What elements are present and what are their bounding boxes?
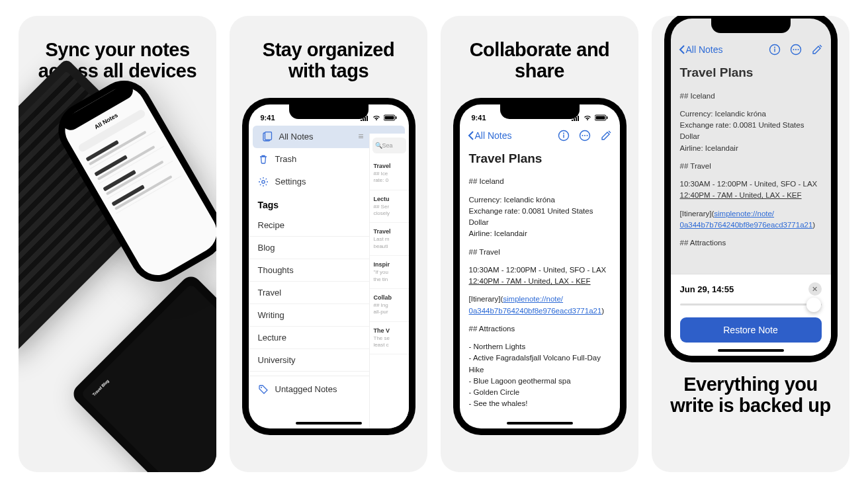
notes-icon xyxy=(262,132,273,142)
list-item[interactable]: Lectu## Serclosely xyxy=(370,190,409,224)
promo-card-sync: Sync your notesacross all devices Travel… xyxy=(19,16,216,472)
tag-icon xyxy=(258,384,269,395)
card-heading: Collaborate andshare xyxy=(441,16,638,82)
back-button[interactable]: All Notes xyxy=(468,130,512,141)
wifi-icon xyxy=(372,114,381,121)
hamburger-icon[interactable]: ≡ xyxy=(358,131,363,142)
notes-list-partial: 🔍 Sea 📌 Travel## Icerate: 0Lectu## Sercl… xyxy=(369,134,409,428)
sidebar-item-label: Untagged Notes xyxy=(275,384,337,394)
home-indicator xyxy=(718,349,784,352)
slider-thumb[interactable] xyxy=(806,298,821,312)
svg-rect-19 xyxy=(774,49,775,52)
svg-rect-8 xyxy=(595,116,605,119)
promo-card-tags: Stay organizedwith tags 9:41 ≡ All Notes… xyxy=(230,16,427,472)
back-button[interactable]: All Notes xyxy=(679,44,723,55)
compose-icon[interactable] xyxy=(600,130,612,142)
sidebar-item-label: All Notes xyxy=(279,132,314,142)
phone-mockup: 9:41 ≡ All Notes Trash Settings xyxy=(242,98,415,435)
note-title: Travel Plans xyxy=(680,63,822,83)
svg-rect-12 xyxy=(563,134,564,138)
svg-point-15 xyxy=(584,135,586,136)
svg-rect-1 xyxy=(384,116,394,119)
info-icon[interactable] xyxy=(769,44,781,56)
svg-point-18 xyxy=(774,47,775,48)
svg-point-14 xyxy=(582,135,583,136)
list-item[interactable]: Travel## Icerate: 0 xyxy=(370,157,409,190)
gear-icon xyxy=(258,177,269,187)
close-icon[interactable]: ✕ xyxy=(808,282,822,296)
svg-rect-2 xyxy=(396,116,397,119)
phone-mockup: 9:41 All Notes Travel P xyxy=(453,98,627,435)
home-indicator xyxy=(507,422,573,425)
phone-mockup: All Notes Travel Plans ## Iceland Curren… xyxy=(664,16,838,362)
list-item[interactable]: Collab## Ingall-pur xyxy=(370,289,409,322)
svg-point-5 xyxy=(261,181,264,183)
chevron-left-icon xyxy=(679,45,685,54)
promo-card-backup: All Notes Travel Plans ## Iceland Curren… xyxy=(652,16,849,472)
version-slider[interactable] xyxy=(680,304,822,305)
status-time: 9:41 xyxy=(261,114,275,122)
svg-point-23 xyxy=(797,49,799,50)
note-content: Travel Plans ## Iceland Currency: Icelan… xyxy=(671,61,831,258)
more-icon[interactable] xyxy=(790,44,802,56)
wifi-icon xyxy=(583,114,592,121)
list-item[interactable]: Inspir"If youthe tin xyxy=(370,256,409,289)
promo-card-collaborate: Collaborate andshare 9:41 All Notes xyxy=(441,16,638,472)
chevron-left-icon xyxy=(468,131,474,140)
tablet-mockup: Travel Blog xyxy=(69,272,216,472)
search-input[interactable]: 🔍 Sea xyxy=(372,138,406,153)
version-timestamp: Jun 29, 14:55 xyxy=(680,284,734,294)
tags-heading: Tags xyxy=(258,200,279,210)
devices-collage: Travel Blog All Notes xyxy=(19,95,216,472)
note-content[interactable]: Travel Plans ## Iceland Currency: Icelan… xyxy=(460,147,620,413)
more-icon[interactable] xyxy=(579,130,591,142)
version-history-panel: Jun 29, 14:55 ✕ Restore Note xyxy=(671,274,831,356)
info-icon[interactable] xyxy=(558,130,570,142)
compose-icon[interactable] xyxy=(811,44,823,56)
svg-rect-4 xyxy=(265,132,271,140)
card-heading: Sync your notesacross all devices xyxy=(19,16,216,82)
svg-point-16 xyxy=(586,135,587,136)
battery-icon xyxy=(384,114,397,121)
svg-point-6 xyxy=(261,387,262,388)
sidebar-item-label: Settings xyxy=(275,177,306,186)
svg-point-22 xyxy=(795,49,797,50)
svg-point-11 xyxy=(563,132,564,134)
battery-icon xyxy=(595,114,608,121)
card-heading: Stay organizedwith tags xyxy=(230,16,427,82)
card-heading: Everything youwrite is backed up xyxy=(652,374,849,432)
note-title: Travel Plans xyxy=(469,149,611,169)
sidebar-item-label: Trash xyxy=(275,154,297,164)
home-indicator xyxy=(296,422,362,425)
svg-point-21 xyxy=(793,49,794,50)
restore-note-button[interactable]: Restore Note xyxy=(680,317,822,343)
list-item[interactable]: TravelLast mbeauti xyxy=(370,223,409,256)
trash-icon xyxy=(258,154,269,165)
svg-rect-9 xyxy=(607,116,608,119)
status-time: 9:41 xyxy=(472,114,486,122)
list-item[interactable]: The VThe seleast c xyxy=(370,322,409,355)
